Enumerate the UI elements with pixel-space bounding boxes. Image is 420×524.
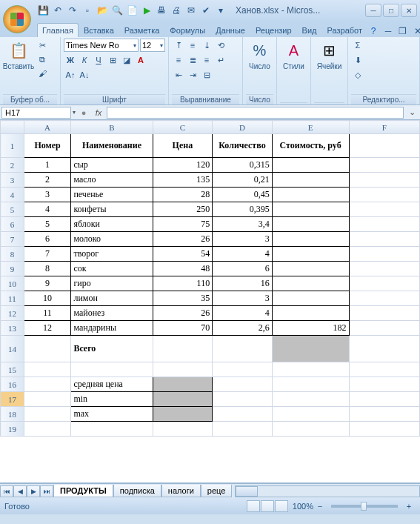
underline-button[interactable]: Ч	[92, 53, 105, 67]
shrink-font-button[interactable]: A↓	[78, 68, 91, 82]
cell[interactable]: 0,395	[213, 202, 273, 217]
cell[interactable]: Количество	[213, 134, 273, 158]
cell[interactable]: 2,6	[213, 321, 273, 336]
font-size-combo[interactable]: 12▾	[140, 39, 165, 52]
cell[interactable]	[349, 247, 419, 262]
cell[interactable]: 120	[153, 158, 213, 173]
cell[interactable]	[213, 392, 273, 407]
cell[interactable]	[349, 306, 419, 321]
cell[interactable]: 8	[24, 262, 71, 276]
cell[interactable]: молоко	[71, 232, 153, 247]
cell[interactable]: 26	[153, 232, 213, 247]
cell[interactable]: печенье	[71, 188, 153, 202]
cancel-formula-icon[interactable]: ●	[77, 107, 90, 119]
row-header[interactable]: 19	[1, 422, 24, 437]
cell[interactable]: 2	[24, 173, 71, 188]
help-icon[interactable]: ?	[367, 25, 379, 37]
new-icon[interactable]: ▫	[81, 4, 93, 16]
spellcheck-icon[interactable]: ✔	[200, 4, 212, 16]
number-format-button[interactable]: %Число	[246, 39, 273, 72]
cell[interactable]: 3	[24, 188, 71, 202]
row-header[interactable]: 18	[1, 407, 24, 422]
increase-indent-button[interactable]: ⇥	[186, 68, 199, 82]
cell[interactable]: сок	[71, 262, 153, 276]
col-header-A[interactable]: A	[24, 121, 71, 134]
cell[interactable]: Всего	[71, 336, 153, 362]
row-header[interactable]: 1	[1, 134, 24, 158]
cell[interactable]	[272, 173, 349, 188]
row-header[interactable]: 12	[1, 306, 24, 321]
cell[interactable]	[349, 362, 419, 377]
horizontal-scrollbar[interactable]	[235, 485, 420, 497]
zoom-out-icon[interactable]: −	[313, 500, 327, 513]
cell[interactable]: max	[71, 407, 153, 422]
col-header-F[interactable]: F	[349, 121, 419, 134]
row-header[interactable]: 9	[1, 262, 24, 276]
italic-button[interactable]: К	[78, 53, 91, 67]
col-header-B[interactable]: B	[71, 121, 153, 134]
cell[interactable]	[349, 158, 419, 173]
redo-icon[interactable]: ↷	[67, 4, 79, 16]
row-header[interactable]: 7	[1, 232, 24, 247]
cell[interactable]	[213, 407, 273, 422]
cell[interactable]: 4	[213, 247, 273, 262]
align-center-button[interactable]: ≣	[186, 53, 199, 67]
cell[interactable]	[272, 188, 349, 202]
cell[interactable]	[213, 362, 273, 377]
cell[interactable]	[349, 232, 419, 247]
cell[interactable]	[272, 407, 349, 422]
cell[interactable]	[153, 392, 213, 407]
cell[interactable]	[349, 422, 419, 437]
cell[interactable]: 54	[153, 247, 213, 262]
cell[interactable]: 10	[24, 291, 71, 306]
cell[interactable]: 7	[24, 247, 71, 262]
cell[interactable]	[272, 306, 349, 321]
cell[interactable]: 5	[24, 217, 71, 232]
cell[interactable]	[349, 377, 419, 392]
cell[interactable]	[272, 202, 349, 217]
cell[interactable]: 135	[153, 173, 213, 188]
sheet-tab-taxes[interactable]: налоги	[161, 485, 201, 497]
tab-view[interactable]: Вид	[297, 23, 322, 37]
cell[interactable]	[213, 336, 273, 362]
select-all-corner[interactable]	[1, 121, 24, 134]
cell[interactable]	[24, 362, 71, 377]
cell[interactable]: 12	[24, 321, 71, 336]
row-header[interactable]: 13	[1, 321, 24, 336]
cell[interactable]: 28	[153, 188, 213, 202]
row-header[interactable]: 5	[1, 202, 24, 217]
cell[interactable]: Наименование	[71, 134, 153, 158]
row-header[interactable]: 14	[1, 336, 24, 362]
cell[interactable]	[349, 336, 419, 362]
row-header[interactable]: 10	[1, 276, 24, 291]
tab-home[interactable]: Главная	[37, 23, 79, 37]
row-header[interactable]: 2	[1, 158, 24, 173]
cell[interactable]: 11	[24, 306, 71, 321]
cell[interactable]	[349, 188, 419, 202]
decrease-indent-button[interactable]: ⇤	[172, 68, 185, 82]
maximize-button[interactable]: □	[383, 4, 399, 17]
cell[interactable]: 0,315	[213, 158, 273, 173]
cell[interactable]	[272, 217, 349, 232]
office-button[interactable]	[3, 5, 31, 33]
clear-button[interactable]: ◇	[351, 68, 364, 82]
cell[interactable]	[153, 422, 213, 437]
save-icon[interactable]: 💾	[37, 4, 49, 16]
cell[interactable]: Номер	[24, 134, 71, 158]
cell[interactable]: 16	[213, 276, 273, 291]
cell[interactable]: 182	[272, 321, 349, 336]
col-header-E[interactable]: E	[272, 121, 349, 134]
cell[interactable]	[272, 422, 349, 437]
cell[interactable]: гиро	[71, 276, 153, 291]
cell[interactable]: 3,4	[213, 217, 273, 232]
email-icon[interactable]: ✉	[185, 4, 197, 16]
close-button[interactable]: ✕	[401, 4, 417, 17]
cell[interactable]	[349, 217, 419, 232]
row-header[interactable]: 11	[1, 291, 24, 306]
col-header-C[interactable]: C	[153, 121, 213, 134]
cell[interactable]	[153, 407, 213, 422]
cell[interactable]	[272, 392, 349, 407]
print-preview-icon[interactable]: 🔍	[111, 4, 123, 16]
minimize-button[interactable]: ─	[365, 4, 381, 17]
page-break-view-icon[interactable]	[275, 500, 288, 512]
